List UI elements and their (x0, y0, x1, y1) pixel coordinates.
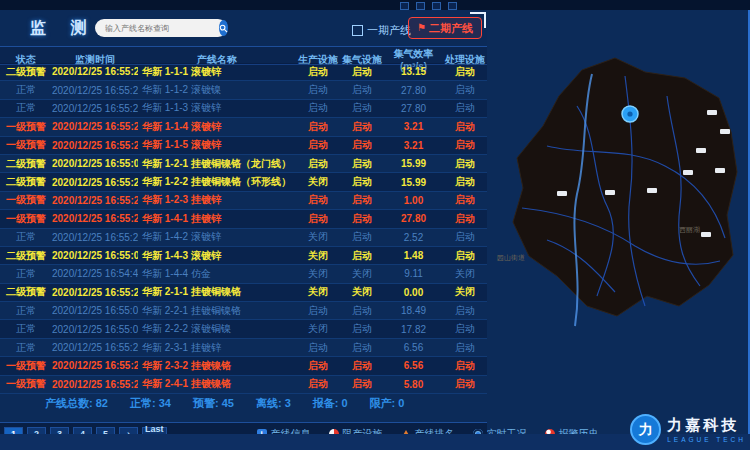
cell-name: 华新 2-2-2 滚镀铜镍 (138, 322, 296, 336)
map-chip (557, 191, 567, 196)
cell-name: 华新 1-1-4 滚镀锌 (138, 120, 296, 134)
cell-time: 2020/12/25 16:55:04 (52, 324, 138, 335)
cell-eff: 3.21 (384, 121, 443, 132)
table-row[interactable]: 一级预警2020/12/25 16:55:24华新 1-1-5 滚镀锌启动启动3… (0, 137, 487, 155)
cell-treat: 启动 (443, 83, 487, 97)
cell-treat: 启动 (443, 65, 487, 79)
cell-time: 2020/12/25 16:55:04 (52, 305, 138, 316)
cell-name: 华新 1-1-2 滚镀镍 (138, 83, 296, 97)
table-row[interactable]: 正常2020/12/25 16:55:24华新 1-1-2 滚镀镍启动启动27.… (0, 81, 487, 99)
cell-name: 华新 2-4-1 挂镀镍铬 (138, 377, 296, 391)
table-row[interactable]: 正常2020/12/25 16:55:24华新 2-3-1 挂镀锌启动启动6.5… (0, 339, 487, 357)
table-row[interactable]: 正常2020/12/25 16:55:24华新 1-1-3 滚镀锌启动启动27.… (0, 100, 487, 118)
cell-prod: 启动 (296, 101, 340, 115)
logo-subtitle: LEAGUE TECH (667, 436, 746, 443)
cell-eff: 17.82 (384, 324, 443, 335)
page-title: 监 测 (30, 18, 96, 39)
cell-gas: 启动 (340, 249, 384, 263)
summary-bar: 产线总数: 82正常: 34预警: 45离线: 3报备: 0限产: 0 (0, 394, 487, 412)
cell-status: 正常 (0, 267, 52, 281)
cell-status: 一级预警 (0, 359, 52, 373)
window-control-icon[interactable] (416, 2, 425, 10)
cell-eff: 0.00 (384, 287, 443, 298)
map-area-label: 西丽湖 (679, 226, 700, 234)
cell-treat: 启动 (443, 120, 487, 134)
cell-name: 华新 1-4-4 仿金 (138, 267, 296, 281)
table-row[interactable]: 二级预警2020/12/25 16:55:24华新 1-1-1 滚镀锌启动启动1… (0, 63, 487, 81)
cell-eff: 1.48 (384, 250, 443, 261)
cell-treat: 启动 (443, 377, 487, 391)
cell-treat: 启动 (443, 341, 487, 355)
cell-prod: 启动 (296, 120, 340, 134)
search-button[interactable] (219, 20, 228, 36)
cell-eff: 3.21 (384, 140, 443, 151)
cell-time: 2020/12/25 16:55:24 (52, 121, 138, 132)
map-chip (715, 168, 725, 173)
table-row[interactable]: 二级预警2020/12/25 16:55:24华新 2-1-1 挂镀铜镍铬关闭关… (0, 284, 487, 302)
cell-gas: 启动 (340, 65, 384, 79)
cell-gas: 启动 (340, 120, 384, 134)
cell-eff: 27.80 (384, 213, 443, 224)
cell-status: 正常 (0, 101, 52, 115)
cell-eff: 15.99 (384, 177, 443, 188)
table-row[interactable]: 正常2020/12/25 16:55:24华新 1-4-2 滚镀锌关闭启动2.5… (0, 229, 487, 247)
cell-time: 2020/12/25 16:55:24 (52, 379, 138, 390)
table-row[interactable]: 正常2020/12/25 16:55:04华新 2-2-2 滚镀铜镍关闭启动17… (0, 320, 487, 338)
monitor-panel: 监 测 一期产线 ⚑ 二期产线 状态监测时间产线名称生产设施集气设施集气效率(m… (0, 10, 487, 434)
cell-name: 华新 2-1-1 挂镀铜镍铬 (138, 285, 296, 299)
flag-icon: ⚑ (417, 23, 426, 33)
cell-gas: 启动 (340, 304, 384, 318)
cell-gas: 启动 (340, 138, 384, 152)
table-body: 二级预警2020/12/25 16:55:24华新 1-1-1 滚镀锌启动启动1… (0, 63, 487, 394)
table-row[interactable]: 二级预警2020/12/25 16:55:24华新 1-2-2 挂镀铜镍铬（环形… (0, 173, 487, 191)
cell-name: 华新 2-2-1 挂镀铜镍铬 (138, 304, 296, 318)
search-box (95, 19, 227, 37)
cell-prod: 启动 (296, 157, 340, 171)
summary-item: 产线总数: 82 (45, 396, 108, 411)
window-control-icon[interactable] (448, 2, 457, 10)
cell-name: 华新 2-3-1 挂镀锌 (138, 341, 296, 355)
window-control-icon[interactable] (432, 2, 441, 10)
cell-prod: 启动 (296, 83, 340, 97)
table-row[interactable]: 一级预警2020/12/25 16:55:24华新 2-4-1 挂镀镍铬启动启动… (0, 376, 487, 394)
map-chip (707, 110, 717, 115)
cell-time: 2020/12/25 16:55:24 (52, 287, 138, 298)
cell-time: 2020/12/25 16:55:24 (52, 213, 138, 224)
map-marker[interactable] (622, 106, 638, 122)
table-row[interactable]: 二级预警2020/12/25 16:55:04华新 1-2-1 挂镀铜镍铬（龙门… (0, 155, 487, 173)
search-input[interactable] (95, 24, 219, 33)
cell-time: 2020/12/25 16:55:24 (52, 177, 138, 188)
cell-gas: 启动 (340, 175, 384, 189)
table-row[interactable]: 二级预警2020/12/25 16:55:04华新 1-4-3 滚镀锌关闭启动1… (0, 247, 487, 265)
cell-gas: 启动 (340, 83, 384, 97)
table-row[interactable]: 一级预警2020/12/25 16:55:24华新 2-3-2 挂镀镍铬启动启动… (0, 357, 487, 375)
table-row[interactable]: 正常2020/12/25 16:55:04华新 2-2-1 挂镀铜镍铬启动启动1… (0, 302, 487, 320)
cell-treat: 启动 (443, 175, 487, 189)
cell-eff: 18.49 (384, 305, 443, 316)
cell-time: 2020/12/25 16:55:24 (52, 360, 138, 371)
cell-treat: 启动 (443, 138, 487, 152)
phase1-label: 一期产线 (367, 23, 411, 38)
table-row[interactable]: 正常2020/12/25 16:54:44华新 1-4-4 仿金关闭关闭9.11… (0, 265, 487, 283)
district-silhouette (513, 58, 737, 316)
cell-status: 二级预警 (0, 285, 52, 299)
cell-treat: 启动 (443, 304, 487, 318)
table-row[interactable]: 一级预警2020/12/25 16:55:24华新 1-1-4 滚镀锌启动启动3… (0, 118, 487, 136)
brand-logo: 力 力嘉科技 LEAGUE TECH (630, 414, 746, 445)
cell-gas: 启动 (340, 193, 384, 207)
cell-gas: 启动 (340, 101, 384, 115)
table-row[interactable]: 一级预警2020/12/25 16:55:24华新 1-4-1 挂镀锌启动启动2… (0, 210, 487, 228)
phase1-toggle[interactable]: 一期产线 (352, 23, 411, 38)
cell-status: 二级预警 (0, 65, 52, 79)
cell-treat: 关闭 (443, 285, 487, 299)
cell-status: 二级预警 (0, 249, 52, 263)
window-control-icon[interactable] (400, 2, 409, 10)
table-row[interactable]: 一级预警2020/12/25 16:55:24华新 1-2-3 挂镀锌启动启动1… (0, 192, 487, 210)
cell-time: 2020/12/25 16:55:24 (52, 66, 138, 77)
cell-prod: 关闭 (296, 249, 340, 263)
cell-name: 华新 1-1-5 滚镀锌 (138, 138, 296, 152)
cell-prod: 启动 (296, 65, 340, 79)
cell-eff: 9.11 (384, 268, 443, 279)
cell-prod: 启动 (296, 138, 340, 152)
cell-name: 华新 1-1-1 滚镀锌 (138, 65, 296, 79)
